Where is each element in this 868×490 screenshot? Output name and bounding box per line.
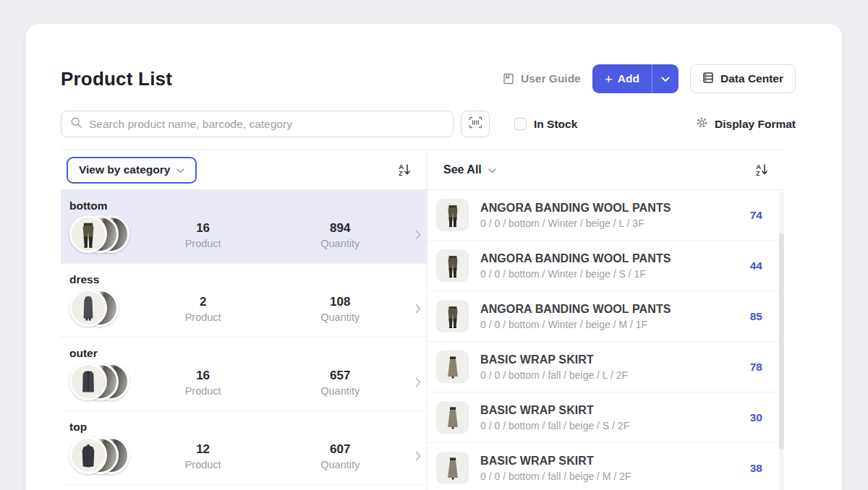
product-quantity: 85 [750, 310, 762, 323]
quantity-stat: 108 Quantity [271, 295, 409, 323]
chevron-right-icon [409, 451, 427, 461]
product-attributes: 0 / 0 / bottom / Winter / beige / L / 3F [480, 218, 671, 229]
product-attributes: 0 / 0 / bottom / Winter / beige / M / 1F [480, 319, 671, 330]
product-quantity: 44 [750, 259, 762, 272]
search-icon [70, 116, 82, 132]
product-name: BASIC WRAP SKIRT [480, 404, 629, 417]
product-name: ANGORA BANDING WOOL PANTS [480, 202, 671, 215]
category-sort-button[interactable]: AZ [399, 163, 411, 176]
product-count-value: 16 [135, 221, 272, 236]
chevron-right-icon [409, 304, 427, 314]
chevron-right-icon [409, 230, 427, 240]
category-panel: View by category AZ bottom [61, 150, 427, 490]
product-count-label: Product [135, 385, 272, 397]
data-center-label: Data Center [720, 72, 783, 85]
product-info: ANGORA BANDING WOOL PANTS 0 / 0 / bottom… [480, 202, 671, 229]
page-title: Product List [61, 68, 172, 90]
product-thumbnail [436, 199, 469, 231]
product-sort-button[interactable]: AZ [756, 163, 768, 176]
product-attributes: 0 / 0 / bottom / fall / beige / S / 2F [480, 420, 629, 431]
product-thumbnail [436, 452, 469, 484]
category-panel-header: View by category AZ [61, 150, 427, 190]
scrollbar-thumb[interactable] [779, 233, 784, 450]
barcode-scan-button[interactable] [461, 111, 490, 137]
barcode-scan-icon [469, 116, 482, 132]
search-box [61, 111, 454, 137]
product-info: BASIC WRAP SKIRT 0 / 0 / bottom / fall /… [480, 353, 628, 381]
category-name: outer [69, 338, 427, 360]
add-split-button: + Add [592, 64, 678, 93]
product-row[interactable]: BASIC WRAP SKIRT 0 / 0 / bottom / fall /… [427, 342, 784, 392]
product-quantity: 78 [750, 361, 762, 374]
chevron-right-icon [409, 377, 427, 387]
category-name: dress [69, 264, 427, 286]
content-area: View by category AZ bottom [61, 150, 784, 490]
quantity-label: Quantity [271, 385, 409, 397]
add-button-label: Add [618, 72, 639, 85]
product-count-value: 2 [135, 295, 272, 309]
product-row[interactable]: ANGORA BANDING WOOL PANTS 0 / 0 / bottom… [427, 190, 784, 241]
product-thumbnail [436, 300, 469, 332]
product-list-card: Product List User Guide + Add [26, 24, 842, 490]
category-name: bottom [69, 190, 427, 212]
product-count-value: 12 [135, 442, 272, 457]
add-dropdown-button[interactable] [652, 64, 678, 93]
product-name: BASIC WRAP SKIRT [480, 455, 631, 468]
product-row[interactable]: BASIC WRAP SKIRT 0 / 0 / bottom / fall /… [427, 443, 784, 490]
plus-icon: + [605, 72, 613, 86]
product-row[interactable]: ANGORA BANDING WOOL PANTS 0 / 0 / bottom… [427, 241, 784, 291]
category-row[interactable]: bottom 16 Product [61, 190, 427, 264]
category-row[interactable]: outer 16 Product [61, 338, 427, 411]
view-mode-select[interactable]: View by category [67, 157, 197, 184]
product-thumbnail [436, 401, 469, 434]
book-icon [502, 72, 515, 85]
product-info: BASIC WRAP SKIRT 0 / 0 / bottom / fall /… [480, 455, 631, 482]
search-input[interactable] [89, 118, 444, 131]
in-stock-checkbox[interactable] [514, 118, 527, 130]
product-count-stat: 16 Product [135, 369, 272, 397]
see-all-select[interactable]: See All [443, 163, 496, 176]
product-info: ANGORA BANDING WOOL PANTS 0 / 0 / bottom… [480, 303, 671, 330]
header-actions: User Guide + Add [502, 64, 796, 93]
product-row[interactable]: ANGORA BANDING WOOL PANTS 0 / 0 / bottom… [427, 291, 784, 342]
user-guide-button[interactable]: User Guide [502, 72, 581, 85]
category-thumbnails [69, 435, 135, 477]
chevron-down-icon [488, 163, 496, 176]
quantity-label: Quantity [271, 459, 409, 470]
category-row[interactable]: top 12 Product [61, 411, 427, 485]
add-button[interactable]: + Add [592, 64, 652, 93]
quantity-value: 657 [271, 369, 409, 383]
product-attributes: 0 / 0 / bottom / Winter / beige / S / 1F [480, 268, 671, 280]
view-mode-label: View by category [79, 163, 170, 176]
product-quantity: 38 [750, 462, 762, 475]
scrollbar-track[interactable] [779, 191, 784, 490]
quantity-label: Quantity [271, 238, 409, 249]
product-info: ANGORA BANDING WOOL PANTS 0 / 0 / bottom… [480, 252, 671, 280]
quantity-value: 108 [271, 295, 409, 309]
quantity-stat: 657 Quantity [271, 369, 409, 397]
product-count-stat: 16 Product [135, 221, 272, 249]
product-count-stat: 12 Product [135, 442, 272, 470]
thumbnail-circle [69, 215, 107, 253]
in-stock-filter[interactable]: In Stock [514, 118, 577, 131]
display-format-button[interactable]: Display Format [696, 116, 796, 132]
product-name: ANGORA BANDING WOOL PANTS [480, 303, 671, 316]
product-count-stat: 2 Product [135, 295, 272, 323]
product-row[interactable]: BASIC WRAP SKIRT 0 / 0 / bottom / fall /… [427, 392, 784, 443]
product-count-label: Product [135, 238, 272, 249]
product-list: ANGORA BANDING WOOL PANTS 0 / 0 / bottom… [427, 190, 784, 490]
sort-az-icon: AZ [399, 163, 404, 176]
page-header: Product List User Guide + Add [61, 64, 796, 93]
database-icon [702, 72, 714, 87]
data-center-button[interactable]: Data Center [690, 64, 796, 93]
thumbnail-circle [69, 437, 107, 474]
quantity-label: Quantity [271, 311, 409, 323]
category-name: top [69, 411, 427, 434]
gear-icon [696, 116, 708, 132]
chevron-down-icon [176, 163, 184, 176]
product-attributes: 0 / 0 / bottom / fall / beige / L / 2F [480, 369, 628, 381]
quantity-value: 894 [271, 221, 409, 236]
product-name: BASIC WRAP SKIRT [480, 353, 628, 366]
category-row[interactable]: dress 2 Product [61, 264, 427, 338]
category-thumbnails [69, 361, 135, 403]
